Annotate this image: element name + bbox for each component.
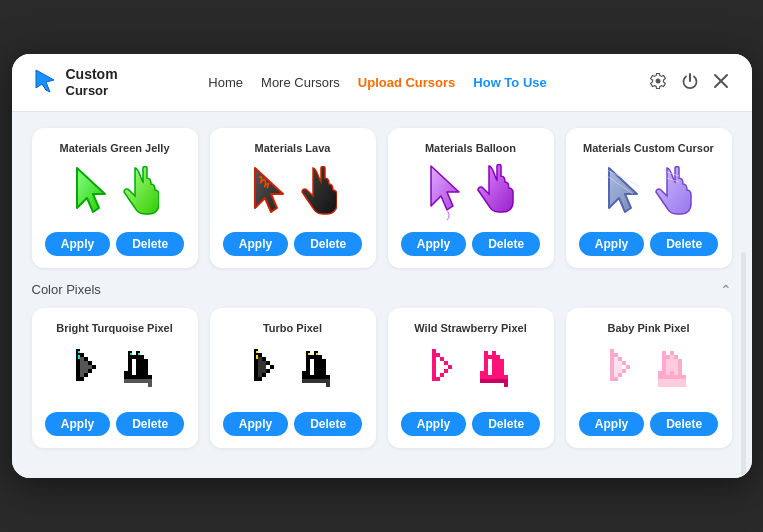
delete-turbo[interactable]: Delete <box>294 412 362 436</box>
custom-arrow-icon <box>603 166 647 220</box>
nav-home[interactable]: Home <box>208 75 243 90</box>
cursor-card-strawberry: Wild Strawberry Pixel <box>388 308 554 448</box>
green-jelly-arrow-icon <box>71 166 115 220</box>
svg-rect-129 <box>614 373 618 377</box>
svg-rect-40 <box>130 353 132 355</box>
lava-arrow-icon <box>249 166 293 220</box>
cursor-images-turbo <box>250 342 336 404</box>
svg-rect-74 <box>302 379 330 383</box>
cursor-card-custom: Materials Custom Cursor <box>566 128 732 268</box>
lava-hand-icon <box>299 166 337 220</box>
card-actions-balloon: Apply Delete <box>401 232 540 256</box>
delete-strawberry[interactable]: Delete <box>472 412 540 436</box>
svg-rect-107 <box>480 375 508 379</box>
strawberry-hand-icon <box>476 347 514 399</box>
logo: CustomCursor <box>32 66 118 98</box>
apply-lava[interactable]: Apply <box>223 232 288 256</box>
svg-rect-23 <box>80 369 84 373</box>
section-collapse-icon[interactable]: ⌃ <box>720 282 732 298</box>
logo-icon <box>32 68 60 96</box>
svg-rect-78 <box>432 349 436 353</box>
svg-rect-35 <box>144 359 148 377</box>
svg-rect-106 <box>480 371 484 375</box>
svg-rect-100 <box>440 369 444 373</box>
card-actions-lava: Apply Delete <box>223 232 362 256</box>
cursor-images-custom <box>603 162 695 224</box>
apply-green-jelly[interactable]: Apply <box>45 232 110 256</box>
nav-upload-cursors[interactable]: Upload Cursors <box>358 75 456 90</box>
delete-lava[interactable]: Delete <box>294 232 362 256</box>
strawberry-arrow-icon <box>428 347 468 399</box>
svg-rect-98 <box>440 361 444 365</box>
power-button[interactable] <box>679 70 701 95</box>
delete-pink[interactable]: Delete <box>650 412 718 436</box>
svg-rect-99 <box>440 365 444 369</box>
svg-rect-79 <box>432 353 436 357</box>
svg-rect-68 <box>310 355 314 359</box>
delete-green-jelly[interactable]: Delete <box>116 232 184 256</box>
svg-rect-11 <box>76 373 80 377</box>
svg-rect-81 <box>432 361 436 365</box>
cursor-card-balloon: Materials Balloon <box>388 128 554 268</box>
svg-rect-130 <box>618 361 622 365</box>
turquoise-hand-icon <box>120 347 158 399</box>
svg-rect-96 <box>436 369 440 373</box>
svg-rect-52 <box>262 357 266 361</box>
delete-turquoise[interactable]: Delete <box>116 412 184 436</box>
svg-rect-92 <box>448 365 452 369</box>
svg-rect-82 <box>432 365 436 369</box>
svg-rect-83 <box>432 369 436 373</box>
apply-turquoise[interactable]: Apply <box>45 412 110 436</box>
cursor-name-green-jelly: Materials Green Jelly <box>59 142 169 154</box>
svg-rect-90 <box>444 361 448 365</box>
svg-rect-138 <box>658 371 662 375</box>
svg-rect-123 <box>622 369 626 373</box>
apply-pink[interactable]: Apply <box>579 412 644 436</box>
svg-rect-27 <box>84 369 88 373</box>
svg-rect-124 <box>626 365 630 369</box>
apply-turbo[interactable]: Apply <box>223 412 288 436</box>
svg-rect-51 <box>258 377 262 381</box>
svg-rect-86 <box>436 353 440 357</box>
apply-strawberry[interactable]: Apply <box>401 412 466 436</box>
nav-icons <box>647 70 731 95</box>
gear-icon <box>649 72 667 90</box>
pink-hand-icon <box>654 347 692 399</box>
cursor-images-strawberry <box>428 342 514 404</box>
app-window: CustomCursor Home More Cursors Upload Cu… <box>12 54 752 477</box>
svg-rect-91 <box>444 369 448 373</box>
svg-rect-139 <box>658 375 686 379</box>
svg-rect-132 <box>618 369 622 373</box>
nav: Home More Cursors Upload Cursors How To … <box>208 75 546 90</box>
svg-rect-36 <box>124 371 128 375</box>
scrollbar-track[interactable] <box>741 252 746 478</box>
svg-rect-22 <box>80 365 84 369</box>
delete-balloon[interactable]: Delete <box>472 232 540 256</box>
nav-how-to-use[interactable]: How To Use <box>473 75 546 90</box>
svg-rect-137 <box>678 359 682 377</box>
cursor-name-pink: Baby Pink Pixel <box>608 322 690 334</box>
svg-rect-105 <box>500 359 504 377</box>
apply-custom[interactable]: Apply <box>579 232 644 256</box>
svg-rect-133 <box>662 351 666 379</box>
settings-button[interactable] <box>647 70 669 95</box>
svg-rect-9 <box>76 365 80 369</box>
card-actions-turbo: Apply Delete <box>223 412 362 436</box>
card-actions-green-jelly: Apply Delete <box>45 232 184 256</box>
cursor-name-balloon: Materials Balloon <box>425 142 516 154</box>
apply-balloon[interactable]: Apply <box>401 232 466 256</box>
cursor-name-turbo: Turbo Pixel <box>263 322 322 334</box>
turquoise-arrow-icon <box>72 347 112 399</box>
svg-rect-20 <box>80 357 84 361</box>
svg-rect-109 <box>504 379 508 387</box>
svg-rect-97 <box>436 373 440 377</box>
svg-rect-57 <box>258 357 262 361</box>
cursor-card-lava: Materials Lava <box>210 128 376 268</box>
svg-rect-114 <box>610 365 614 369</box>
nav-more-cursors[interactable]: More Cursors <box>261 75 340 90</box>
cursor-images-green-jelly <box>71 162 159 224</box>
close-button[interactable] <box>711 71 731 94</box>
svg-rect-24 <box>80 373 84 377</box>
svg-rect-63 <box>262 365 266 369</box>
delete-custom[interactable]: Delete <box>650 232 718 256</box>
